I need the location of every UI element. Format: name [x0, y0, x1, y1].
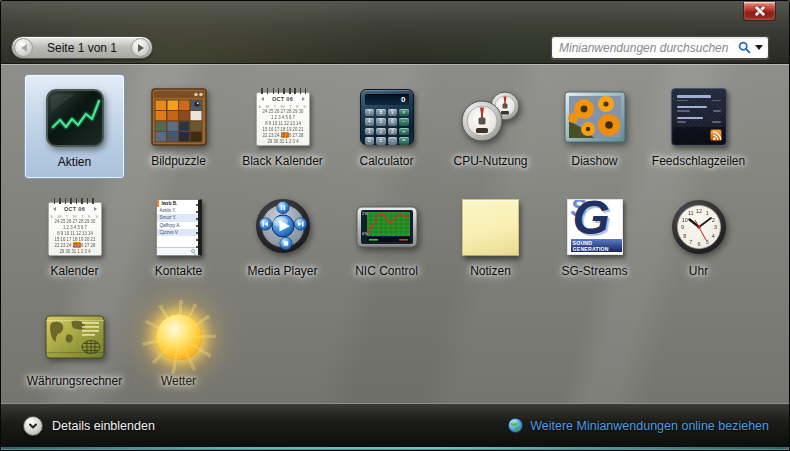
- rss-icon: [710, 129, 722, 141]
- search-input[interactable]: [559, 41, 736, 55]
- calendar-spiral: [260, 88, 306, 94]
- calculator-icon: 0 789× 456− 123+ 0±.=: [360, 89, 414, 145]
- chevron-left-icon: [21, 44, 27, 52]
- gadget-nic-control[interactable]: 2% 0% NIC Control: [336, 184, 437, 289]
- page-indicator: Seite 1 von 1: [33, 41, 131, 55]
- search-icon[interactable]: [738, 41, 751, 54]
- calendar-prev-icon: [53, 207, 56, 211]
- gadget-label: Kalender: [50, 264, 98, 278]
- gadget-black-kalender[interactable]: OCT 06 S M T W T F S 24 25 26 27 28 29 3…: [232, 74, 333, 179]
- gadget-calculator[interactable]: 0 789× 456− 123+ 0±.= Calculator: [336, 74, 437, 179]
- gadget-label: Calculator: [359, 154, 413, 168]
- gadget-cpu-nutzung[interactable]: CPU-Nutzung: [440, 74, 541, 179]
- svg-text:2: 2: [711, 217, 714, 223]
- gadget-wetter[interactable]: Wetter: [128, 294, 229, 399]
- diashow-icon: [564, 91, 626, 143]
- cpu-gauges-icon: [458, 89, 524, 145]
- sticky-note-icon: [462, 199, 519, 256]
- gadget-label: Aktien: [58, 155, 91, 169]
- calculator-keypad: 789× 456− 123+ 0±.=: [365, 109, 409, 145]
- svg-text:11: 11: [687, 210, 693, 216]
- footer-bar: Details einblenden Weitere Minianwendung…: [1, 403, 789, 447]
- currency-converter-icon: [45, 315, 105, 359]
- gadget-label: CPU-Nutzung: [453, 154, 527, 168]
- gadget-label: Notizen: [470, 264, 511, 278]
- close-button[interactable]: [743, 2, 776, 21]
- nic-control-icon: 2% 0%: [356, 206, 418, 248]
- svg-text:8: 8: [683, 233, 686, 239]
- black-kalender-icon: OCT 06 S M T W T F S 24 25 26 27 28 29 3…: [256, 92, 310, 146]
- sg-streams-icon: S G INTERNETRADIO SOUND GENERATION: [567, 199, 623, 255]
- gadget-label: Währungsrechner: [27, 374, 122, 388]
- gadget-waehrungsrechner[interactable]: Währungsrechner: [24, 294, 125, 399]
- online-link-label: Weitere Minianwendungen online beziehen: [530, 419, 769, 433]
- svg-text:2%: 2%: [362, 211, 368, 216]
- get-more-gadgets-link[interactable]: Weitere Minianwendungen online beziehen: [508, 418, 769, 433]
- aktien-icon: [45, 88, 105, 148]
- clock-icon: 121 23 45 67 89 1011: [670, 198, 728, 256]
- svg-text:1: 1: [705, 210, 708, 216]
- gadget-label: Media Player: [247, 264, 317, 278]
- gadget-label: Kontakte: [155, 264, 202, 278]
- media-player-icon: [253, 198, 313, 256]
- gadget-label: Feedschlagzeilen: [652, 154, 745, 168]
- search-dropdown-arrow[interactable]: [755, 45, 763, 50]
- gadget-label: NIC Control: [355, 264, 418, 278]
- previous-page-button[interactable]: [14, 38, 33, 57]
- gadget-diashow[interactable]: Diashow: [544, 74, 645, 179]
- svg-text:10: 10: [681, 217, 687, 223]
- gadget-label: Wetter: [161, 374, 196, 388]
- kalender-icon: OCT 06 S M T W T F S 24 25 26 27 28 29 3…: [48, 202, 102, 256]
- calendar-spiral: [52, 198, 98, 204]
- svg-text:4: 4: [711, 233, 714, 239]
- gadget-label: Bildpuzzle: [151, 154, 206, 168]
- calendar-next-icon: [302, 97, 305, 101]
- chevron-down-button[interactable]: [23, 416, 43, 436]
- svg-text:7: 7: [689, 239, 692, 245]
- gadget-sg-streams[interactable]: S G INTERNETRADIO SOUND GENERATION SG-St…: [544, 184, 645, 289]
- gadget-feedschlagzeilen[interactable]: Feedschlagzeilen: [648, 74, 749, 179]
- kontakte-icon: Iwzb B. Azsbt Y. Smuz Y. Qaffvpy A. Cjoz…: [156, 199, 202, 256]
- show-details-button[interactable]: Details einblenden: [23, 416, 155, 436]
- next-page-button[interactable]: [131, 38, 150, 57]
- gadget-aktien[interactable]: Aktien: [24, 74, 125, 179]
- gadget-label: Diashow: [571, 154, 617, 168]
- gadget-list-area: Aktien Bildpuzzle: [1, 63, 789, 405]
- gadget-gallery-window: Seite 1 von 1: [0, 0, 790, 451]
- bildpuzzle-icon: [150, 87, 208, 147]
- svg-text:9: 9: [680, 224, 683, 230]
- page-navigator: Seite 1 von 1: [11, 36, 153, 59]
- svg-text:6: 6: [697, 241, 700, 247]
- calendar-prev-icon: [261, 97, 264, 101]
- gadget-kontakte[interactable]: Iwzb B. Azsbt Y. Smuz Y. Qaffvpy A. Cjoz…: [128, 184, 229, 289]
- calendar-month: OCT 06: [272, 96, 293, 102]
- calculator-display: 0: [365, 94, 409, 105]
- chevron-down-icon: [27, 420, 39, 432]
- gadget-kalender[interactable]: OCT 06 S M T W T F S 24 25 26 27 28 29 3…: [24, 184, 125, 289]
- svg-text:3: 3: [713, 224, 716, 230]
- gadget-label: Black Kalender: [242, 154, 323, 168]
- contacts-search-row: [157, 247, 198, 255]
- gadget-uhr[interactable]: 121 23 45 67 89 1011 Uhr: [648, 184, 749, 289]
- svg-text:0%: 0%: [362, 231, 368, 236]
- gadget-label: SG-Streams: [561, 264, 627, 278]
- magnifier-icon: [191, 249, 195, 253]
- details-label: Details einblenden: [52, 419, 155, 433]
- calendar-next-icon: [94, 207, 97, 211]
- svg-text:12: 12: [695, 208, 701, 214]
- gadget-bildpuzzle[interactable]: Bildpuzzle: [128, 74, 229, 179]
- gadget-media-player[interactable]: Media Player: [232, 184, 333, 289]
- feed-headlines-icon: [671, 88, 727, 146]
- globe-icon: [508, 418, 523, 433]
- gadget-grid: Aktien Bildpuzzle: [24, 74, 752, 404]
- calendar-month: OCT 06: [64, 206, 85, 212]
- chevron-right-icon: [138, 44, 144, 52]
- title-bar: Seite 1 von 1: [1, 1, 789, 63]
- gadget-notizen[interactable]: Notizen: [440, 184, 541, 289]
- search-box: [551, 36, 769, 59]
- close-icon: [755, 6, 765, 16]
- gadget-label: Uhr: [689, 264, 708, 278]
- sun-icon: [156, 314, 202, 360]
